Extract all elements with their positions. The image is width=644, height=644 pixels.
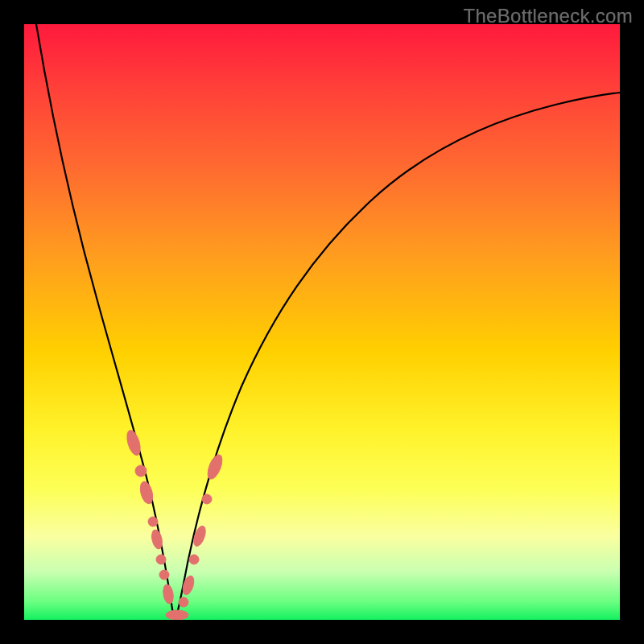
- marker-dot: [179, 597, 188, 607]
- chart-curve: [24, 24, 620, 620]
- marker-dot: [189, 555, 199, 564]
- marker-dot: [135, 465, 147, 477]
- marker-dot: [166, 610, 188, 620]
- marker-dot: [150, 529, 163, 550]
- chart-frame: TheBottleneck.com: [0, 0, 644, 644]
- watermark-text: TheBottleneck.com: [463, 5, 633, 27]
- marker-dot: [202, 494, 212, 504]
- marker-dot: [125, 429, 143, 457]
- marker-dot: [156, 555, 166, 564]
- marker-dot: [148, 517, 158, 526]
- marker-dot: [159, 570, 169, 580]
- marker-group: [125, 429, 225, 620]
- marker-dot: [205, 453, 225, 481]
- plot-area: [24, 24, 620, 620]
- marker-dot: [181, 575, 196, 597]
- curve-right-branch: [175, 93, 620, 620]
- marker-dot: [162, 584, 175, 605]
